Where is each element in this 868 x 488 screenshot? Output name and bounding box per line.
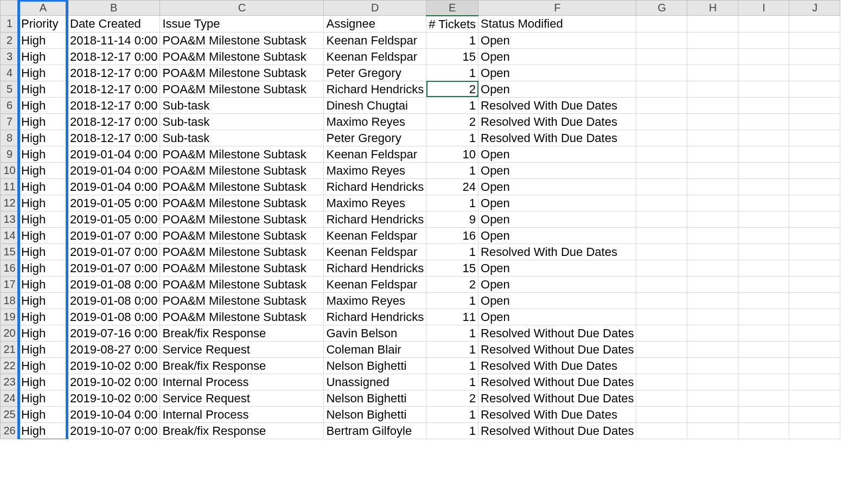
cell-F8[interactable]: Resolved With Due Dates — [478, 130, 636, 146]
cell-H16[interactable] — [687, 260, 738, 276]
cell-A19[interactable]: High — [19, 309, 68, 325]
cell-B22[interactable]: 2019-10-02 0:00 — [68, 357, 160, 374]
cell-A23[interactable]: High — [19, 374, 68, 390]
cell-B19[interactable]: 2019-01-08 0:00 — [68, 309, 160, 325]
cell-G14[interactable] — [636, 227, 687, 243]
cell-E7[interactable]: 2 — [426, 113, 478, 130]
cell-H5[interactable] — [687, 81, 738, 97]
row-header-16[interactable]: 16 — [1, 260, 19, 276]
cell-C14[interactable]: POA&M Milestone Subtask — [160, 227, 324, 243]
col-header-H[interactable]: H — [687, 1, 738, 16]
cell-E12[interactable]: 1 — [426, 195, 478, 211]
cell-H25[interactable] — [687, 406, 738, 422]
cell-H4[interactable] — [687, 65, 738, 81]
cell-D8[interactable]: Peter Gregory — [324, 130, 426, 146]
cell-I24[interactable] — [738, 390, 789, 406]
cell-I7[interactable] — [738, 113, 789, 130]
row-header-24[interactable]: 24 — [1, 390, 19, 406]
cell-F2[interactable]: Open — [478, 32, 636, 48]
cell-J16[interactable] — [789, 260, 840, 276]
cell-J22[interactable] — [789, 357, 840, 374]
cell-H26[interactable] — [687, 422, 738, 439]
cell-H18[interactable] — [687, 292, 738, 309]
col-header-D[interactable]: D — [324, 1, 426, 16]
row-header-1[interactable]: 1 — [1, 16, 19, 33]
col-header-A[interactable]: A — [19, 1, 68, 16]
cell-B18[interactable]: 2019-01-08 0:00 — [68, 292, 160, 309]
cell-F22[interactable]: Resolved With Due Dates — [478, 357, 636, 374]
cell-I15[interactable] — [738, 243, 789, 260]
cell-B14[interactable]: 2019-01-07 0:00 — [68, 227, 160, 243]
cell-B20[interactable]: 2019-07-16 0:00 — [68, 325, 160, 341]
cell-A5[interactable]: High — [19, 81, 68, 97]
cell-A12[interactable]: High — [19, 195, 68, 211]
cell-C16[interactable]: POA&M Milestone Subtask — [160, 260, 324, 276]
cell-C4[interactable]: POA&M Milestone Subtask — [160, 65, 324, 81]
cell-J12[interactable] — [789, 195, 840, 211]
cell-A26[interactable]: High — [19, 422, 68, 439]
cell-B11[interactable]: 2019-01-04 0:00 — [68, 178, 160, 195]
cell-E13[interactable]: 9 — [426, 211, 478, 227]
cell-J10[interactable] — [789, 162, 840, 178]
cell-D11[interactable]: Richard Hendricks — [324, 178, 426, 195]
cell-C13[interactable]: POA&M Milestone Subtask — [160, 211, 324, 227]
cell-C21[interactable]: Service Request — [160, 341, 324, 357]
cell-G4[interactable] — [636, 65, 687, 81]
cell-A3[interactable]: High — [19, 48, 68, 65]
cell-F21[interactable]: Resolved Without Due Dates — [478, 341, 636, 357]
cell-I20[interactable] — [738, 325, 789, 341]
cell-A8[interactable]: High — [19, 130, 68, 146]
cell-A15[interactable]: High — [19, 243, 68, 260]
cell-A16[interactable]: High — [19, 260, 68, 276]
cell-I19[interactable] — [738, 309, 789, 325]
cell-A4[interactable]: High — [19, 65, 68, 81]
cell-G7[interactable] — [636, 113, 687, 130]
cell-G11[interactable] — [636, 178, 687, 195]
cell-F24[interactable]: Resolved Without Due Dates — [478, 390, 636, 406]
cell-H22[interactable] — [687, 357, 738, 374]
cell-F16[interactable]: Open — [478, 260, 636, 276]
cell-F23[interactable]: Resolved Without Due Dates — [478, 374, 636, 390]
cell-B17[interactable]: 2019-01-08 0:00 — [68, 276, 160, 292]
row-header-13[interactable]: 13 — [1, 211, 19, 227]
cell-D6[interactable]: Dinesh Chugtai — [324, 97, 426, 113]
cell-C26[interactable]: Break/fix Response — [160, 422, 324, 439]
cell-G25[interactable] — [636, 406, 687, 422]
cell-D4[interactable]: Peter Gregory — [324, 65, 426, 81]
cell-F10[interactable]: Open — [478, 162, 636, 178]
cell-F26[interactable]: Resolved Without Due Dates — [478, 422, 636, 439]
cell-E25[interactable]: 1 — [426, 406, 478, 422]
cell-D17[interactable]: Keenan Feldspar — [324, 276, 426, 292]
col-header-I[interactable]: I — [738, 1, 789, 16]
col-header-F[interactable]: F — [478, 1, 636, 16]
cell-D20[interactable]: Gavin Belson — [324, 325, 426, 341]
spreadsheet[interactable]: ABCDEFGHIJ1PriorityDate CreatedIssue Typ… — [0, 0, 868, 439]
cell-H10[interactable] — [687, 162, 738, 178]
cell-C6[interactable]: Sub-task — [160, 97, 324, 113]
row-header-23[interactable]: 23 — [1, 374, 19, 390]
row-header-10[interactable]: 10 — [1, 162, 19, 178]
cell-B7[interactable]: 2018-12-17 0:00 — [68, 113, 160, 130]
cell-C17[interactable]: POA&M Milestone Subtask — [160, 276, 324, 292]
cell-J1[interactable] — [789, 16, 840, 33]
cell-A9[interactable]: High — [19, 146, 68, 162]
row-header-25[interactable]: 25 — [1, 406, 19, 422]
cell-B25[interactable]: 2019-10-04 0:00 — [68, 406, 160, 422]
cell-J9[interactable] — [789, 146, 840, 162]
cell-H6[interactable] — [687, 97, 738, 113]
cell-I25[interactable] — [738, 406, 789, 422]
cell-F11[interactable]: Open — [478, 178, 636, 195]
cell-A1[interactable]: Priority — [19, 16, 68, 33]
cell-G1[interactable] — [636, 16, 687, 33]
cell-H21[interactable] — [687, 341, 738, 357]
cell-D1[interactable]: Assignee — [324, 16, 426, 33]
cell-F5[interactable]: Open — [478, 81, 636, 97]
cell-C18[interactable]: POA&M Milestone Subtask — [160, 292, 324, 309]
cell-H9[interactable] — [687, 146, 738, 162]
cell-E24[interactable]: 2 — [426, 390, 478, 406]
cell-J14[interactable] — [789, 227, 840, 243]
col-header-C[interactable]: C — [160, 1, 324, 16]
cell-C10[interactable]: POA&M Milestone Subtask — [160, 162, 324, 178]
cell-D9[interactable]: Keenan Feldspar — [324, 146, 426, 162]
row-header-3[interactable]: 3 — [1, 48, 19, 65]
